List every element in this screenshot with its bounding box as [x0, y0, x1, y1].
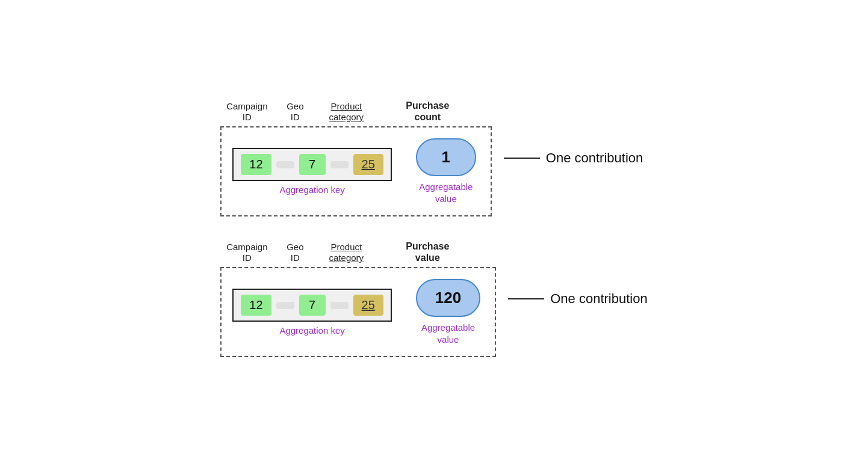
geo-id-header-2: GeoID [271, 242, 319, 263]
agg-key-label-2: Aggregation key [232, 325, 392, 336]
contribution-block-1: CampaignID GeoID Productcategory Purchas… [220, 100, 647, 216]
product-value-2: 25 [353, 295, 383, 316]
key-section-2: 12 7 25 Aggregation key [232, 289, 392, 336]
agg-value-label-2: Aggregatablevalue [421, 322, 475, 345]
geo-value-2: 7 [299, 295, 326, 316]
key-box-1: 12 7 25 [232, 148, 392, 181]
purchase-count-header-1: Purchasecount [391, 100, 463, 123]
campaign-id-header-1: CampaignID [223, 101, 271, 123]
agg-key-label-1: Aggregation key [232, 185, 392, 195]
product-category-header-1: Productcategory [319, 101, 373, 123]
campaign-id-header-2: CampaignID [223, 242, 271, 263]
contribution-label-1: One contribution [546, 150, 643, 166]
contribution-label-2: One contribution [550, 291, 647, 307]
product-value-1: 25 [353, 154, 383, 175]
dashed-box-2: 12 7 25 Aggregation key 120 Aggregatable… [220, 267, 496, 357]
spacer-1b [330, 161, 349, 168]
geo-id-header-1: GeoID [271, 101, 319, 123]
key-section-1: 12 7 25 Aggregation key [232, 148, 392, 195]
geo-value-1: 7 [299, 154, 326, 175]
spacer-2a [276, 302, 294, 309]
agg-value-label-1: Aggregatablevalue [419, 181, 473, 204]
contribution-block-2: CampaignID GeoID Productcategory Purchas… [220, 241, 647, 357]
col-headers-1: CampaignID GeoID Productcategory Purchas… [220, 100, 492, 123]
spacer-1a [276, 161, 294, 168]
value-bubble-2: 120 [416, 279, 480, 317]
key-box-2: 12 7 25 [232, 289, 392, 322]
main-container: CampaignID GeoID Productcategory Purchas… [196, 88, 671, 370]
dashed-box-1: 12 7 25 Aggregation key 1 Aggregatableva… [220, 126, 492, 216]
campaign-value-1: 12 [241, 154, 271, 175]
contribution-connector-2: One contribution [508, 291, 647, 307]
purchase-value-header-2: Purchasevalue [391, 241, 463, 263]
spacer-2b [330, 302, 349, 309]
block2-wrapper: CampaignID GeoID Productcategory Purchas… [220, 241, 496, 357]
campaign-value-2: 12 [241, 295, 271, 316]
value-bubble-1: 1 [416, 138, 476, 176]
value-bubble-wrapper-1: 1 Aggregatablevalue [416, 138, 476, 204]
contribution-connector-1: One contribution [504, 150, 643, 166]
col-headers-2: CampaignID GeoID Productcategory Purchas… [220, 241, 496, 263]
block1-wrapper: CampaignID GeoID Productcategory Purchas… [220, 100, 492, 216]
value-bubble-wrapper-2: 120 Aggregatablevalue [416, 279, 480, 345]
h-line-1 [504, 158, 540, 159]
product-category-header-2: Productcategory [319, 242, 373, 263]
h-line-2 [508, 298, 544, 299]
